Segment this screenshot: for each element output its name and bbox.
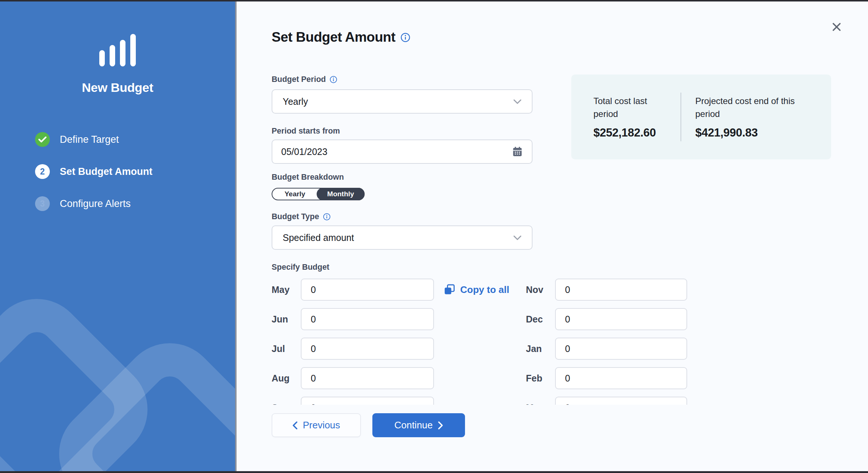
- wizard-sidebar: New Budget Define Target 2 Set Budget Am…: [0, 0, 235, 473]
- month-label: Aug: [272, 373, 290, 384]
- browser-edge-bottom: [0, 471, 868, 473]
- chevron-left-icon: [292, 421, 297, 429]
- month-label: Jan: [526, 343, 542, 354]
- browser-edge-top: [0, 0, 868, 1]
- step-configure-alerts[interactable]: 3 Configure Alerts: [35, 196, 220, 211]
- budget-type-label: Budget Type: [272, 212, 319, 221]
- budget-amount-input-feb[interactable]: [555, 367, 687, 389]
- step-set-budget-amount[interactable]: 2 Set Budget Amount: [35, 164, 220, 179]
- projected-cost-label: Projected cost end of this period: [695, 94, 813, 120]
- budget-amount-input-jan[interactable]: [555, 338, 687, 360]
- budget-breakdown-toggle: Yearly Monthly: [272, 188, 365, 200]
- step-label: Configure Alerts: [60, 198, 131, 210]
- period-starts-label: Period starts from: [272, 127, 340, 136]
- checkmark-icon: [38, 136, 46, 143]
- chevron-right-icon: [438, 421, 443, 429]
- chevron-down-icon: [513, 99, 521, 104]
- period-start-date-field[interactable]: [272, 139, 533, 164]
- wizard-title: New Budget: [0, 80, 235, 95]
- month-label: Mar: [526, 403, 542, 405]
- budget-amount-input-sep[interactable]: [301, 397, 434, 405]
- budget-breakdown-label: Budget Breakdown: [272, 173, 344, 182]
- month-label: Dec: [526, 314, 543, 325]
- budget-period-select[interactable]: Yearly: [272, 89, 533, 114]
- total-cost-last-period-value: $252,182.60: [593, 126, 674, 139]
- budget-amount-input-aug[interactable]: [301, 367, 434, 389]
- step-label: Define Target: [60, 134, 119, 145]
- specify-budget-label: Specify Budget: [272, 263, 330, 272]
- month-label: Nov: [526, 284, 543, 295]
- close-icon[interactable]: [830, 20, 843, 34]
- continue-button[interactable]: Continue: [372, 413, 465, 437]
- budget-type-select[interactable]: Specified amount: [272, 225, 533, 250]
- monthly-budget-grid: May Nov Jun Dec Jul Jan Aug Feb: [237, 279, 868, 405]
- budget-type-value: Specified amount: [283, 232, 513, 243]
- info-icon[interactable]: [323, 213, 331, 221]
- budget-period-label: Budget Period: [272, 75, 326, 84]
- bar-chart-logo-icon: [0, 33, 235, 66]
- wizard-steps: Define Target 2 Set Budget Amount 3 Conf…: [35, 132, 220, 228]
- previous-button-label: Previous: [303, 420, 340, 431]
- budget-amount-input-nov[interactable]: [555, 279, 687, 301]
- budget-amount-input-jul[interactable]: [301, 338, 434, 360]
- info-icon[interactable]: [400, 32, 410, 42]
- period-start-date-input[interactable]: [281, 146, 512, 157]
- budget-amount-input-may[interactable]: [301, 279, 434, 301]
- step-number-badge: 2: [35, 164, 50, 179]
- calendar-icon[interactable]: [512, 146, 523, 157]
- continue-button-label: Continue: [394, 420, 433, 431]
- cost-summary-panel: Total cost last period $252,182.60 Proje…: [571, 75, 831, 159]
- month-label: Jul: [272, 343, 285, 354]
- month-label: Feb: [526, 373, 542, 384]
- step-label: Set Budget Amount: [60, 166, 152, 177]
- new-budget-wizard: New Budget Define Target 2 Set Budget Am…: [0, 0, 868, 473]
- projected-cost-value: $421,990.83: [695, 126, 813, 139]
- month-label: May: [272, 284, 290, 295]
- month-label: Sep: [272, 403, 289, 405]
- step-complete-circle: [35, 132, 50, 147]
- month-label: Jun: [272, 314, 288, 325]
- summary-divider: [681, 93, 681, 141]
- budget-period-value: Yearly: [283, 96, 513, 107]
- step-define-target[interactable]: Define Target: [35, 132, 220, 147]
- budget-amount-input-jun[interactable]: [301, 308, 434, 330]
- page-title: Set Budget Amount: [272, 30, 395, 45]
- previous-button[interactable]: Previous: [272, 413, 361, 437]
- set-budget-amount-panel: Set Budget Amount Budget Period Yearly P…: [237, 0, 868, 473]
- budget-amount-input-dec[interactable]: [555, 308, 687, 330]
- info-icon[interactable]: [330, 76, 337, 83]
- budget-amount-input-mar[interactable]: [555, 397, 687, 405]
- total-cost-last-period-label: Total cost last period: [593, 94, 674, 120]
- breakdown-option-monthly[interactable]: Monthly: [317, 188, 365, 200]
- breakdown-option-yearly[interactable]: Yearly: [272, 189, 317, 200]
- sidebar-content-divider: [235, 0, 237, 473]
- step-number-badge: 3: [35, 196, 50, 211]
- chevron-down-icon: [513, 235, 521, 240]
